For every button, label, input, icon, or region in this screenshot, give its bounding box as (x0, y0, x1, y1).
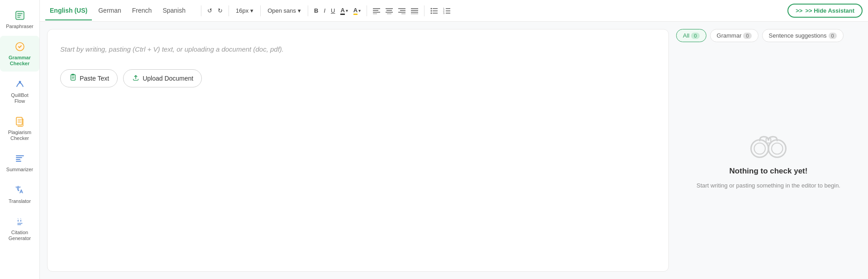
toolbar-divider-6 (424, 5, 424, 16)
toolbar-divider-5 (367, 5, 367, 16)
editor-placeholder: Start by writing, pasting (Ctrl + V) tex… (60, 44, 332, 55)
sidebar-item-citation-label: CitationGenerator (9, 230, 31, 241)
svg-point-36 (754, 143, 766, 154)
toolbar: English (US) German French Spanish ↺ ↻ 1… (40, 0, 868, 22)
editor-actions: Paste Text Upload Document (60, 69, 656, 87)
sidebar-item-paraphraser-label: Paraphraser (6, 24, 33, 29)
list-group: 1.2.3. (428, 6, 453, 16)
font-color-chevron: ▾ (346, 8, 348, 13)
filter-tab-all[interactable]: All 0 (676, 29, 706, 42)
filter-tab-grammar-label: Grammar (717, 32, 742, 39)
empty-state: Nothing to check yet! Start writing or p… (676, 48, 861, 272)
sidebar-item-plagiarism-label: PlagiarismChecker (8, 130, 31, 141)
svg-point-24 (431, 12, 432, 14)
translator-icon (14, 184, 26, 197)
filter-tab-grammar-count: 0 (743, 33, 751, 39)
lang-tab-french[interactable]: French (128, 1, 157, 20)
font-family-select[interactable]: Open sans ▾ (264, 6, 304, 15)
content-area: Start by writing, pasting (Ctrl + V) tex… (40, 22, 868, 279)
lang-tabs: English (US) German French Spanish (45, 1, 190, 20)
highlight-color-button[interactable]: A ▾ (351, 5, 363, 17)
sidebar-item-citation[interactable]: CitationGenerator (0, 211, 39, 246)
svg-point-37 (772, 143, 783, 154)
toolbar-divider-3 (260, 5, 261, 16)
font-color-button[interactable]: A ▾ (338, 5, 350, 17)
highlight-color-icon: A (353, 7, 358, 15)
align-justify-button[interactable] (409, 6, 420, 16)
main-content: English (US) German French Spanish ↺ ↻ 1… (40, 0, 868, 279)
paraphraser-icon (14, 9, 26, 22)
redo-button[interactable]: ↻ (215, 5, 225, 16)
citation-icon (14, 215, 26, 228)
editor-panel[interactable]: Start by writing, pasting (Ctrl + V) tex… (47, 29, 669, 272)
toolbar-divider-2 (229, 5, 229, 16)
sidebar: Paraphraser GrammarChecker QuillBotFlow (0, 0, 40, 279)
sidebar-item-grammar-label: GrammarChecker (9, 55, 31, 67)
bold-button[interactable]: B (312, 5, 320, 16)
svg-point-22 (431, 10, 432, 11)
sidebar-item-plagiarism[interactable]: PlagiarismChecker (0, 111, 39, 146)
font-color-icon: A (340, 7, 344, 15)
upload-icon (132, 73, 140, 83)
empty-state-subtitle: Start writing or pasting something in th… (696, 181, 840, 190)
upload-document-label: Upload Document (143, 75, 193, 82)
toolbar-divider-4 (308, 5, 308, 16)
grammar-icon (14, 40, 26, 53)
filter-tabs: All 0 Grammar 0 Sentence suggestions 0 (676, 29, 861, 42)
binoculars-icon (748, 130, 789, 161)
font-family-value: Open sans (267, 7, 296, 14)
filter-tab-sentence[interactable]: Sentence suggestions 0 (762, 29, 844, 42)
lang-tab-english[interactable]: English (US) (45, 1, 92, 20)
underline-button[interactable]: U (329, 5, 337, 16)
filter-tab-sentence-count: 0 (829, 33, 837, 39)
text-format-group: B I U A ▾ A ▾ (312, 5, 363, 17)
sidebar-item-summarizer[interactable]: Summarizer (0, 148, 39, 177)
lang-tab-spanish[interactable]: Spanish (158, 1, 190, 20)
empty-state-title: Nothing to check yet! (730, 167, 808, 176)
plagiarism-icon (14, 115, 26, 128)
sidebar-item-flow-label: QuillBotFlow (11, 92, 29, 104)
sidebar-item-summarizer-label: Summarizer (6, 167, 33, 173)
align-left-button[interactable] (371, 6, 382, 16)
undo-button[interactable]: ↺ (205, 5, 215, 16)
toolbar-divider-1 (201, 5, 201, 16)
align-center-button[interactable] (383, 6, 395, 16)
highlight-chevron: ▾ (358, 8, 361, 13)
hide-assistant-button[interactable]: >> >> Hide Assistant (787, 4, 863, 18)
svg-rect-32 (71, 75, 76, 81)
right-panel: All 0 Grammar 0 Sentence suggestions 0 (669, 22, 868, 279)
italic-button[interactable]: I (321, 5, 328, 16)
sidebar-item-grammar[interactable]: GrammarChecker (0, 36, 39, 71)
svg-point-2 (19, 81, 21, 83)
filter-tab-all-count: 0 (691, 33, 699, 39)
paste-icon (69, 73, 77, 83)
font-size-chevron: ▾ (250, 7, 253, 14)
filter-tab-sentence-label: Sentence suggestions (769, 32, 827, 39)
hide-assistant-chevrons: >> (796, 7, 802, 14)
undo-redo-group: ↺ ↻ (205, 5, 225, 16)
filter-tab-all-label: All (683, 32, 689, 39)
filter-tab-grammar[interactable]: Grammar 0 (710, 29, 758, 42)
svg-text:3.: 3. (443, 12, 445, 14)
upload-document-button[interactable]: Upload Document (123, 69, 202, 87)
sidebar-item-translator-label: Translator (9, 198, 31, 204)
sidebar-item-translator[interactable]: Translator (0, 179, 39, 209)
alignment-group (371, 6, 420, 16)
paste-text-button[interactable]: Paste Text (60, 69, 118, 87)
svg-point-20 (431, 8, 432, 9)
svg-rect-33 (72, 74, 74, 76)
font-family-chevron: ▾ (298, 7, 301, 14)
font-size-value: 16px (236, 7, 248, 14)
numbered-list-button[interactable]: 1.2.3. (441, 6, 453, 16)
hide-assistant-label: >> Hide Assistant (805, 7, 854, 14)
summarizer-icon (14, 152, 26, 165)
bullet-list-button[interactable] (428, 6, 440, 16)
sidebar-item-paraphraser[interactable]: Paraphraser (0, 5, 39, 34)
flow-icon (14, 78, 26, 91)
align-right-button[interactable] (396, 6, 408, 16)
lang-tab-german[interactable]: German (94, 1, 126, 20)
font-size-select[interactable]: 16px ▾ (233, 6, 257, 15)
paste-text-label: Paste Text (80, 75, 109, 82)
sidebar-item-flow[interactable]: QuillBotFlow (0, 73, 39, 109)
